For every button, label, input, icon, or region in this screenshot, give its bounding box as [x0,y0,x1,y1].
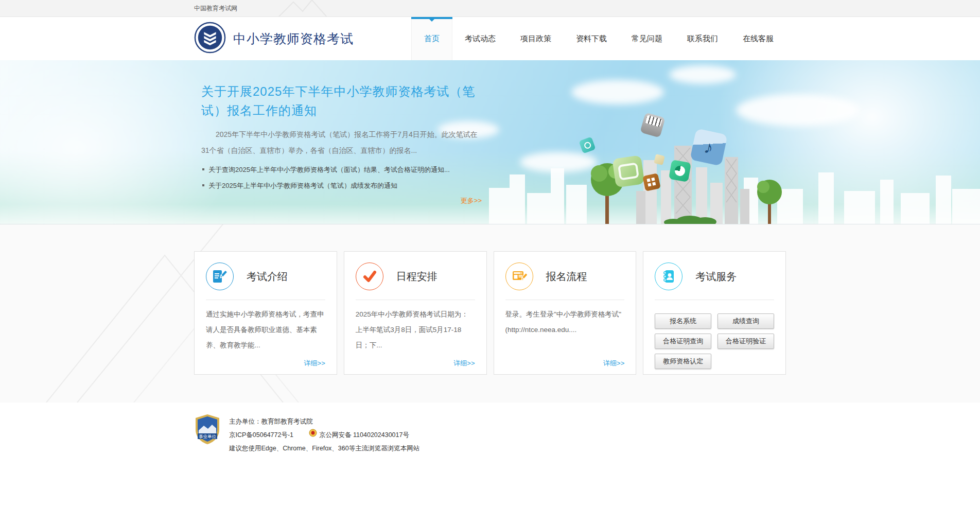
schedule-checkmark-icon [356,263,383,290]
exam-intro-document-pencil-icon [206,263,234,290]
feature-cards-section: 考试介绍 通过实施中小学教师资格考试，考查申请人是否具备教师职业道德、基本素养、… [0,224,980,403]
card-title: 报名流程 [546,270,587,284]
certificate-query-button[interactable]: 合格证明查询 [655,334,711,349]
card-exam-introduction: 考试介绍 通过实施中小学教师资格考试，考查申请人是否具备教师职业道德、基本素养、… [194,251,337,375]
nav-item-faq[interactable]: 常见问题 [619,17,675,60]
card-schedule: 日程安排 2025年中小学教师资格考试日期为：上半年笔试3月8日，面试5月17-… [344,251,487,375]
icp-record-text: 京ICP备05064772号-1 [229,428,293,442]
nav-item-downloads[interactable]: 资料下载 [564,17,619,60]
cards-row: 考试介绍 通过实施中小学教师资格考试，考查申请人是否具备教师职业道德、基本素养、… [194,224,786,375]
site-header: 中小学教师资格考试 首页 考试动态 项目政策 资料下载 常见问题 联系我们 在线… [0,17,980,60]
certificate-verify-button[interactable]: 合格证明验证 [717,334,774,349]
nav-item-contact[interactable]: 联系我们 [675,17,730,60]
card-registration-process: 报名流程 登录。考生登录"中小学教师资格考试"(http://ntce.neea… [494,251,637,375]
teacher-qualification-button[interactable]: 教师资格认定 [655,354,711,369]
registration-form-pencil-icon [505,263,533,290]
site-logo[interactable]: 中小学教师资格考试 [194,22,354,56]
nav-item-policies[interactable]: 项目政策 [508,17,564,60]
card-body-text: 2025年中小学教师资格考试日期为：上半年笔试3月8日，面试5月17-18日；下… [356,307,475,353]
public-institution-badge: 事业单位 [194,414,221,447]
news-item-link[interactable]: 关于查询2025年上半年中小学教师资格考试（面试）结果、考试合格证明的通知... [201,162,482,178]
detail-link[interactable]: 详细>> [603,359,624,368]
site-title: 中小学教师资格考试 [233,30,354,47]
banner-notice-panel: 关于开展2025年下半年中小学教师资格考试（笔试）报名工作的通知 2025年下半… [194,60,482,205]
card-header: 日程安排 [356,263,475,290]
ntce-emblem-icon [194,22,226,56]
svg-text:事业单位: 事业单位 [199,434,217,439]
more-news-link[interactable]: 更多>> [201,196,482,205]
card-divider [356,300,475,300]
nav-item-home[interactable]: 首页 [411,17,452,60]
news-list: 关于查询2025年上半年中小学教师资格考试（面试）结果、考试合格证明的通知...… [201,162,482,194]
service-contact-book-icon [655,263,682,290]
card-divider [655,300,774,300]
card-divider [505,300,625,300]
card-exam-services: 考试服务 报名系统 成绩查询 合格证明查询 合格证明验证 教师资格认定 [643,251,786,375]
card-header: 考试介绍 [206,263,325,290]
card-divider [206,300,325,300]
card-title: 日程安排 [396,270,437,284]
score-query-button[interactable]: 成绩查询 [717,313,774,329]
police-badge-icon [309,428,317,442]
notice-summary: 2025年下半年中小学教师资格考试（笔试）报名工作将于7月4日开始。此次笔试在3… [201,127,482,159]
notice-title-link[interactable]: 关于开展2025年下半年中小学教师资格考试（笔试）报名工作的通知 [201,82,476,120]
parent-site-link[interactable]: 中国教育考试网 [194,0,237,17]
card-body-text: 通过实施中小学教师资格考试，考查申请人是否具备教师职业道德、基本素养、教育教学能… [206,307,325,353]
news-item-link[interactable]: 关于2025年上半年中小学教师资格考试（笔试）成绩发布的通知 [201,178,482,194]
card-header: 考试服务 [655,263,774,290]
card-title: 考试服务 [695,270,737,284]
police-record-text: 京公网安备 11040202430017号 [319,428,409,442]
site-footer: 事业单位 主办单位：教育部教育考试院 京ICP备05064772号-1 京公网安… [0,403,980,455]
registration-system-button[interactable]: 报名系统 [655,313,711,329]
main-navigation: 首页 考试动态 项目政策 资料下载 常见问题 联系我们 在线客服 [411,17,786,60]
card-header: 报名流程 [505,263,625,290]
bush-decoration [664,216,716,224]
top-utility-bar: 中国教育考试网 [0,0,980,17]
detail-link[interactable]: 详细>> [304,359,325,368]
card-title: 考试介绍 [247,270,288,284]
nav-item-exam-news[interactable]: 考试动态 [452,17,508,60]
footer-info: 主办单位：教育部教育考试院 京ICP备05064772号-1 京公网安备 110… [229,414,419,455]
hero-banner: 关于开展2025年下半年中小学教师资格考试（笔试）报名工作的通知 2025年下半… [0,60,980,224]
card-body-text: 登录。考生登录"中小学教师资格考试"(http://ntce.neea.edu.… [505,307,625,338]
service-button-grid: 报名系统 成绩查询 合格证明查询 合格证明验证 教师资格认定 [655,313,774,369]
nav-item-online-service[interactable]: 在线客服 [730,17,786,60]
detail-link[interactable]: 详细>> [453,359,475,368]
organizer-line: 主办单位：教育部教育考试院 [229,415,419,428]
browser-tip-text: 建议您使用Edge、Chrome、Firefox、360等主流浏览器浏览本网站 [229,442,419,455]
